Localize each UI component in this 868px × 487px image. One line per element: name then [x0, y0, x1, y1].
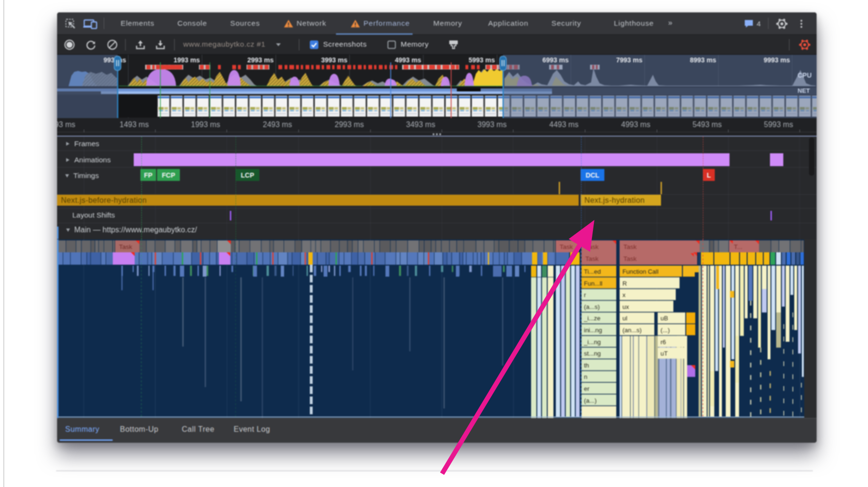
svg-text:_i...ng: _i...ng — [583, 338, 601, 346]
svg-text:ini...ng: ini...ng — [584, 327, 602, 334]
svg-text:Ti...ed: Ti...ed — [584, 268, 601, 275]
svg-text:8993 ms: 8993 ms — [690, 56, 716, 64]
svg-text:uT: uT — [661, 350, 668, 357]
svg-text:CPU: CPU — [798, 71, 812, 79]
svg-text:R: R — [622, 280, 627, 287]
svg-text:Task: Task — [560, 243, 573, 250]
svg-text:st...ng: st...ng — [584, 350, 601, 357]
svg-text:(an...s): (an...s) — [622, 327, 641, 334]
svg-text:2993 ms: 2993 ms — [247, 56, 274, 64]
svg-text:Task: Task — [623, 255, 637, 262]
svg-text:(...): (...) — [661, 327, 670, 334]
svg-text:r6: r6 — [661, 338, 666, 346]
svg-text:5993 ms: 5993 ms — [469, 56, 495, 64]
svg-text:1993 ms: 1993 ms — [174, 56, 200, 64]
svg-text:Task: Task — [585, 255, 599, 262]
svg-text:er: er — [584, 385, 590, 392]
svg-text:(a...): (a...) — [584, 397, 597, 404]
svg-text:Function Call: Function Call — [622, 268, 659, 275]
svg-text:Task: Task — [119, 243, 132, 250]
svg-text:n: n — [584, 373, 587, 380]
svg-text:uB: uB — [661, 315, 668, 322]
svg-text:7993 ms: 7993 ms — [616, 56, 642, 64]
svg-text:6993 ms: 6993 ms — [542, 56, 569, 64]
svg-text:Fun...ll: Fun...ll — [584, 280, 602, 287]
svg-text:ul: ul — [622, 315, 627, 322]
svg-text:3993 ms: 3993 ms — [321, 56, 347, 64]
svg-text:T...: T... — [734, 243, 742, 250]
svg-text:_i...ze: _i...ze — [583, 315, 601, 322]
svg-text:ux: ux — [622, 303, 629, 310]
svg-text:4993 ms: 4993 ms — [395, 56, 421, 64]
svg-text:Task: Task — [623, 243, 637, 250]
svg-text:th: th — [584, 362, 589, 369]
svg-text:x: x — [622, 291, 626, 298]
svg-text:(a...s): (a...s) — [584, 303, 600, 310]
svg-text:r: r — [584, 291, 586, 298]
svg-text:9993 ms: 9993 ms — [764, 56, 790, 64]
svg-text:NET: NET — [798, 87, 810, 94]
svg-text:Task: Task — [585, 243, 599, 250]
